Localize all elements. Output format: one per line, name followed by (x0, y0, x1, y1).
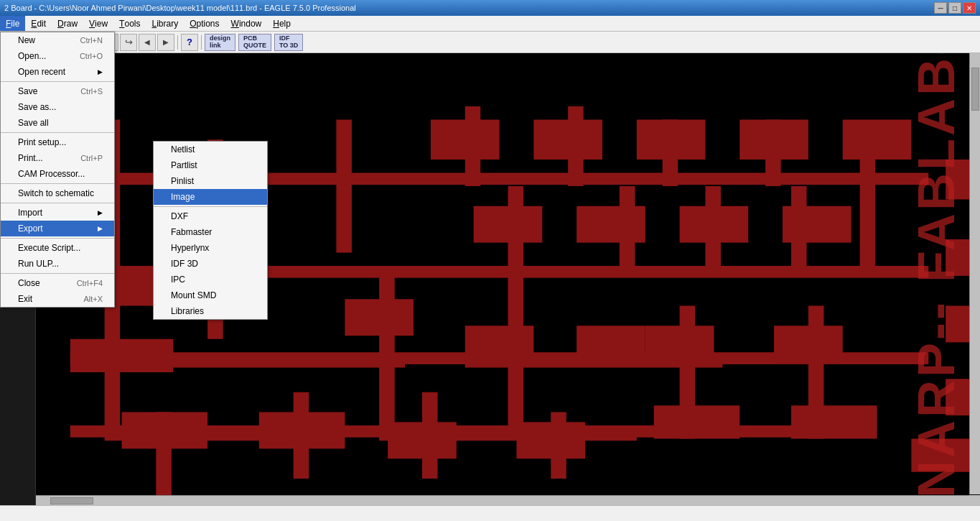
menu-switch-schematic[interactable]: Switch to schematic (1, 185, 114, 201)
svg-rect-13 (533, 120, 602, 160)
menu-open-recent[interactable]: Open recent (1, 64, 114, 80)
file-menu-dropdown: NewCtrl+N Open...Ctrl+O Open recent Save… (0, 32, 115, 308)
sep2 (1, 132, 114, 133)
sep1 (1, 81, 114, 82)
minimize-button[interactable]: ─ (934, 2, 947, 14)
menu-run-ulp[interactable]: Run ULP... (1, 256, 114, 272)
menu-import[interactable]: Import (1, 205, 114, 221)
menu-execute-script[interactable]: Execute Script... (1, 240, 114, 256)
menu-export[interactable]: Export (1, 221, 114, 236)
statusbar (0, 505, 980, 521)
menu-view[interactable]: View (83, 16, 113, 31)
svg-rect-38 (774, 326, 843, 362)
titlebar-controls: ─ □ ✕ (934, 2, 976, 14)
sep3 (201, 35, 202, 50)
svg-rect-27 (783, 206, 851, 243)
svg-rect-6 (336, 120, 352, 253)
close-button[interactable]: ✕ (963, 2, 976, 14)
design-link-button[interactable]: designlink (205, 34, 235, 51)
pcb-quote-button[interactable]: PCBQUOTE (238, 34, 271, 51)
export-hyperlynx[interactable]: Hyperlynx (154, 240, 267, 256)
main-area: ○ ⌒ ▭ ⬡ ✛ ⊕ 〜 ◎ □ ▪ A |←→| ℹ ⇝ ≈ ⊲ (0, 53, 980, 505)
menu-close[interactable]: CloseCtrl+F4 (1, 275, 114, 291)
titlebar: 2 Board - C:\Users\Noor Ahmed Pirwani\De… (0, 0, 980, 16)
svg-rect-34 (345, 299, 414, 336)
export-idf3d[interactable]: IDF 3D (154, 256, 267, 272)
export-netlist[interactable]: Netlist (154, 142, 267, 157)
vscroll-thumb[interactable] (971, 68, 979, 111)
horizontal-scrollbar[interactable] (36, 495, 969, 505)
svg-rect-24 (474, 206, 543, 243)
menu-print[interactable]: Print...Ctrl+P (1, 150, 114, 166)
svg-rect-53 (105, 429, 328, 441)
menu-save-as[interactable]: Save as... (1, 99, 114, 115)
maximize-button[interactable]: □ (948, 2, 961, 14)
menu-window[interactable]: Window (225, 16, 268, 31)
menu-new[interactable]: NewCtrl+N (1, 32, 114, 48)
menu-print-setup[interactable]: Print setup... (1, 134, 114, 150)
scroll-corner (969, 495, 980, 505)
svg-rect-12 (431, 120, 500, 160)
svg-rect-25 (577, 206, 645, 243)
menu-save-all[interactable]: Save all (1, 115, 114, 131)
help-button[interactable]: ? (181, 34, 198, 51)
menu-draw[interactable]: Draw (52, 16, 83, 31)
pan-right-button[interactable]: ▶ (157, 34, 174, 51)
export-mount-smd[interactable]: Mount SMD (154, 287, 267, 303)
sep6 (1, 273, 114, 274)
svg-rect-52 (465, 356, 723, 368)
export-sep1 (154, 206, 267, 207)
sep5 (1, 238, 114, 239)
svg-rect-16 (843, 120, 912, 160)
sep2 (177, 35, 178, 50)
svg-rect-26 (680, 206, 749, 243)
export-libraries[interactable]: Libraries (154, 303, 267, 319)
sep3 (1, 183, 114, 184)
svg-rect-54 (379, 429, 637, 441)
titlebar-title: 2 Board - C:\Users\Noor Ahmed Pirwani\De… (4, 4, 356, 12)
export-ipc[interactable]: IPC (154, 272, 267, 287)
export-fabmaster[interactable]: Fabmaster (154, 224, 267, 240)
svg-rect-15 (739, 120, 808, 160)
menu-cam[interactable]: CAM Processor... (1, 166, 114, 182)
menu-exit[interactable]: ExitAlt+X (1, 291, 114, 307)
menu-edit[interactable]: Edit (25, 16, 52, 31)
sep4 (1, 203, 114, 203)
export-pinlist[interactable]: Pinlist (154, 173, 267, 189)
svg-rect-48 (654, 405, 740, 438)
export-partlist[interactable]: Partlist (154, 157, 267, 173)
menubar: File Edit Draw View Tools Library Option… (0, 16, 980, 32)
hscroll-thumb[interactable] (50, 497, 93, 504)
redo-button[interactable]: ↪ (120, 34, 137, 51)
export-image[interactable]: Image (154, 189, 267, 205)
pan-left-button[interactable]: ◀ (139, 34, 156, 51)
menu-library[interactable]: Library (146, 16, 184, 31)
menu-options[interactable]: Options (184, 16, 225, 31)
menu-help[interactable]: Help (267, 16, 297, 31)
svg-rect-49 (791, 405, 877, 438)
menu-tools[interactable]: Tools (113, 16, 146, 31)
idf-3d-button[interactable]: IDFTO 3D (274, 34, 303, 51)
menu-open[interactable]: Open...Ctrl+O (1, 48, 114, 64)
toolbar: 🔍 −🔍 ⊡ ⊞ 1:1 ↩ ↪ ◀ ▶ ? designlink PCBQUO… (0, 32, 980, 53)
svg-rect-14 (637, 120, 706, 160)
vertical-scrollbar[interactable] (969, 53, 980, 494)
menu-file[interactable]: File (0, 16, 25, 31)
svg-rect-51 (105, 356, 405, 368)
export-dxf[interactable]: DXF (154, 208, 267, 224)
export-submenu-dropdown: Netlist Partlist Pinlist Image DXF Fabma… (153, 141, 268, 320)
menu-save[interactable]: SaveCtrl+S (1, 83, 114, 99)
